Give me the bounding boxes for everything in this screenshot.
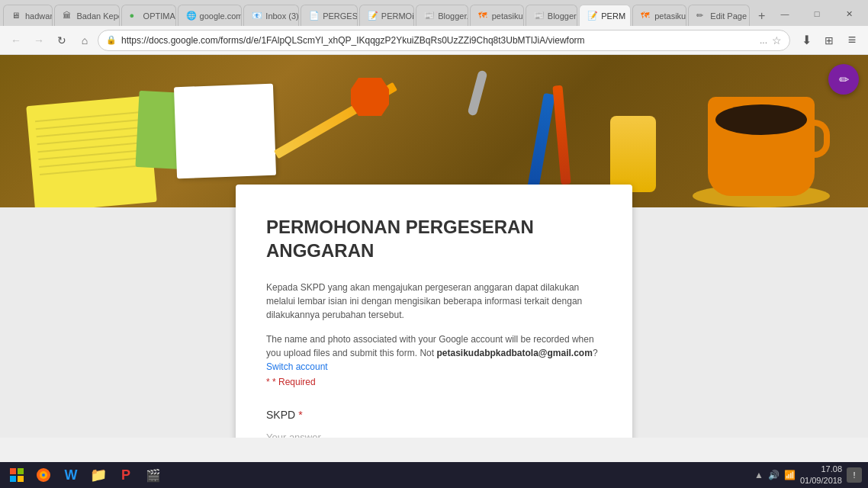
tab-editpage[interactable]: ✏ Edit Page • b <box>688 5 750 26</box>
tab-bar: 🖥 hadware 🏛 Badan Kepe... ● OPTIMA... 🌐 … <box>0 0 868 26</box>
tab-perges[interactable]: 📄 PERGES... <box>301 5 358 26</box>
tab-inbox[interactable]: 📧 Inbox (3)... <box>243 5 299 26</box>
notification-button[interactable]: ! <box>847 467 862 483</box>
maximize-button[interactable]: □ <box>801 2 833 26</box>
required-note: * * Required <box>266 377 602 387</box>
notification-icon: ! <box>853 470 855 480</box>
download-icon[interactable]: ⬇ <box>796 30 816 50</box>
address-text: https://docs.google.com/forms/d/e/1FAlpQ… <box>121 35 755 46</box>
close-button[interactable]: ✕ <box>833 2 865 26</box>
minimize-button[interactable]: — <box>769 2 801 26</box>
tab-badan[interactable]: 🏛 Badan Kepe... <box>54 5 119 26</box>
navigation-bar: ← → ↻ ⌂ 🔒 https://docs.google.com/forms/… <box>0 26 868 55</box>
edit-fab-button[interactable]: ✏ <box>828 64 859 95</box>
forward-button[interactable]: → <box>29 30 49 50</box>
tab-favicon-perges: 📄 <box>309 11 320 21</box>
tray-icon-1: ▲ <box>754 470 764 480</box>
white-paper-decoration <box>174 84 276 178</box>
tab-favicon-petasiku1: 🗺 <box>478 11 489 21</box>
tab-label-blogger2: Blogger... <box>548 11 577 21</box>
tab-optima[interactable]: ● OPTIMA... <box>121 5 176 26</box>
extensions-icon[interactable]: ⊞ <box>819 30 839 50</box>
form-title: PERMOHONAN PERGESERAN ANGGARAN <box>266 215 602 262</box>
menu-icon[interactable]: ≡ <box>842 30 862 50</box>
tab-blogger2[interactable]: 📰 Blogger... <box>526 5 577 26</box>
coffee-inside <box>715 104 807 135</box>
tab-favicon-blogger2: 📰 <box>534 11 545 21</box>
folder-icon: 📁 <box>90 467 107 483</box>
tab-blogger1[interactable]: 📰 Blogger... <box>416 5 468 26</box>
tab-favicon-badan: 🏛 <box>63 11 73 21</box>
taskbar: W 📁 P 🎬 ▲ 🔊 📶 17.08 01/09/2018 ! <box>0 462 868 488</box>
address-more-button[interactable]: ... <box>760 35 767 46</box>
bookmark-icon[interactable]: ☆ <box>772 34 782 47</box>
lock-icon: 🔒 <box>106 35 117 45</box>
tab-favicon-optima: ● <box>130 11 140 21</box>
svg-rect-2 <box>10 476 16 482</box>
tab-label-hadware: hadware <box>25 11 53 21</box>
nav-right-actions: ⬇ ⊞ ≡ <box>796 30 862 50</box>
tab-permoi[interactable]: 📝 PERMOi... <box>359 5 414 26</box>
tray-icon-2: 🔊 <box>768 470 780 480</box>
word-icon: W <box>65 467 78 483</box>
back-button[interactable]: ← <box>6 30 26 50</box>
taskbar-time: 17.08 01/09/2018 <box>800 464 842 487</box>
tab-label-blogger1: Blogger... <box>438 11 468 21</box>
notepad-lines <box>35 111 146 181</box>
form-account-notice: The name and photo associated with your … <box>266 332 602 374</box>
tab-label-inbox: Inbox (3)... <box>265 11 299 21</box>
tab-perm-active[interactable]: 📝 PERM ✕ <box>579 5 631 26</box>
taskbar-right: ▲ 🔊 📶 17.08 01/09/2018 ! <box>754 464 862 487</box>
svg-rect-1 <box>18 468 24 474</box>
tab-google[interactable]: 🌐 google.com/... <box>178 5 243 26</box>
required-text: * Required <box>272 377 316 387</box>
tab-favicon-hadware: 🖥 <box>11 11 22 21</box>
form-description: Kepada SKPD yang akan mengajukan pergese… <box>266 281 602 322</box>
tab-label-editpage: Edit Page • b <box>710 11 750 21</box>
edit-icon: ✏ <box>839 72 849 87</box>
tab-label-google: google.com/... <box>200 11 243 21</box>
tab-petasiku2[interactable]: 🗺 petasiku... <box>632 5 686 26</box>
tab-favicon-google: 🌐 <box>186 11 197 21</box>
page-content: ✏ PERMOHONAN PERGESERAN ANGGARAN Kepada … <box>0 55 868 438</box>
switch-account-link[interactable]: Switch account <box>266 361 328 372</box>
firefox-icon <box>36 467 51 483</box>
skpd-required-star: * <box>298 409 302 421</box>
tab-label-badan: Badan Kepe... <box>76 11 119 21</box>
taskbar-app-powerpoint[interactable]: P <box>113 464 139 486</box>
taskbar-app-word[interactable]: W <box>58 464 84 486</box>
taskbar-app-media[interactable]: 🎬 <box>140 464 166 486</box>
tab-favicon-blogger1: 📰 <box>424 11 435 21</box>
tab-label-petasiku1: petasiku... <box>492 11 524 21</box>
coffee-handle <box>811 120 830 158</box>
svg-rect-3 <box>18 476 24 482</box>
skpd-input[interactable] <box>266 429 602 438</box>
address-bar[interactable]: 🔒 https://docs.google.com/forms/d/e/1FAl… <box>98 30 790 51</box>
coffee-cup-decoration <box>685 70 837 207</box>
time-display: 17.08 <box>800 464 842 475</box>
date-display: 01/09/2018 <box>800 475 842 486</box>
skpd-label-text: SKPD <box>266 409 295 421</box>
orange-pen-decoration <box>552 85 571 185</box>
account-email: petasikudabpkadbatola@gmail.com <box>436 348 592 358</box>
new-tab-button[interactable]: + <box>754 6 769 26</box>
tab-favicon-inbox: 📧 <box>252 11 262 21</box>
tab-close-button[interactable]: ✕ <box>630 11 631 20</box>
pencil-holder-decoration <box>610 116 656 192</box>
svg-rect-0 <box>10 468 16 474</box>
tab-label-optima: OPTIMA... <box>143 11 176 21</box>
svg-point-6 <box>42 474 45 477</box>
required-star: * <box>266 377 270 387</box>
form-container: PERMOHONAN PERGESERAN ANGGARAN Kepada SK… <box>236 185 632 438</box>
taskbar-app-folder[interactable]: 📁 <box>85 464 111 486</box>
taskbar-app-firefox[interactable] <box>31 464 56 486</box>
start-button[interactable] <box>6 464 27 486</box>
tab-petasiku1[interactable]: 🗺 petasiku... <box>470 5 524 26</box>
coffee-cup <box>708 97 815 196</box>
binder-clip-decoration <box>351 78 389 116</box>
home-button[interactable]: ⌂ <box>75 30 95 50</box>
tab-hadware[interactable]: 🖥 hadware <box>3 5 53 26</box>
taskbar-apps: W 📁 P 🎬 <box>31 464 754 486</box>
tab-label-perm: PERM <box>601 11 625 21</box>
reload-button[interactable]: ↻ <box>52 30 72 50</box>
